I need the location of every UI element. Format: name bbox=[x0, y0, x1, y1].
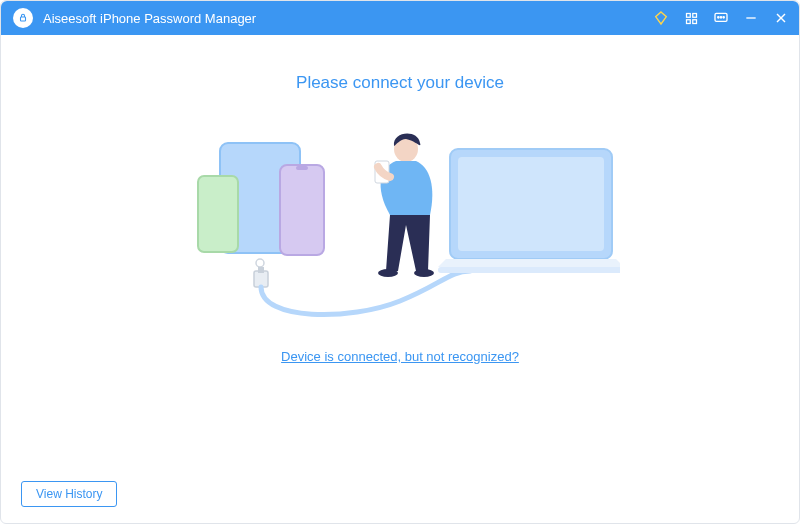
svg-point-8 bbox=[723, 17, 724, 18]
svg-point-22 bbox=[414, 269, 434, 277]
titlebar: Aiseesoft iPhone Password Manager bbox=[1, 1, 799, 35]
app-window: Aiseesoft iPhone Password Manager bbox=[0, 0, 800, 524]
svg-point-6 bbox=[718, 17, 719, 18]
minimize-icon[interactable] bbox=[743, 10, 759, 26]
svg-rect-15 bbox=[296, 166, 308, 170]
app-title: Aiseesoft iPhone Password Manager bbox=[43, 11, 653, 26]
svg-point-7 bbox=[720, 17, 721, 18]
svg-rect-3 bbox=[686, 19, 690, 23]
close-icon[interactable] bbox=[773, 10, 789, 26]
diamond-icon[interactable] bbox=[653, 10, 669, 26]
not-recognized-link[interactable]: Device is connected, but not recognized? bbox=[281, 349, 519, 364]
svg-rect-13 bbox=[198, 176, 238, 252]
view-history-button[interactable]: View History bbox=[21, 481, 117, 507]
main-content: Please connect your device bbox=[1, 35, 799, 523]
connect-illustration bbox=[180, 121, 620, 321]
svg-rect-2 bbox=[692, 13, 696, 17]
svg-point-16 bbox=[256, 259, 264, 267]
svg-point-21 bbox=[378, 269, 398, 277]
svg-rect-18 bbox=[258, 267, 264, 273]
svg-rect-25 bbox=[438, 267, 620, 273]
svg-rect-1 bbox=[686, 13, 690, 17]
feedback-icon[interactable] bbox=[713, 10, 729, 26]
grid-icon[interactable] bbox=[683, 10, 699, 26]
svg-rect-0 bbox=[21, 17, 26, 21]
app-logo-icon bbox=[13, 8, 33, 28]
titlebar-controls bbox=[653, 10, 789, 26]
page-heading: Please connect your device bbox=[296, 73, 504, 93]
svg-rect-14 bbox=[280, 165, 324, 255]
svg-rect-4 bbox=[692, 19, 696, 23]
svg-rect-24 bbox=[458, 157, 604, 251]
